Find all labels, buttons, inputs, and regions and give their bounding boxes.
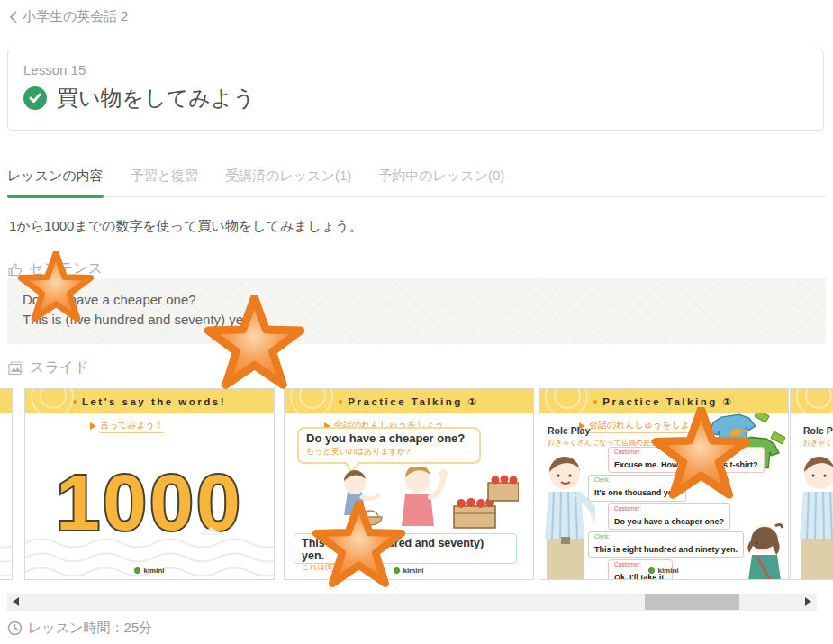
sentence-line: Do you have a cheaper one? — [23, 290, 810, 310]
slide-practice-talking-1[interactable]: Practice Talking ① 会話のれんしゅうをしよう Do you h… — [284, 388, 534, 580]
lesson-card: Lesson 15 買い物をしてみよう — [7, 50, 824, 131]
tab-bar: レッスンの内容 予習と復習 受講済のレッスン(1) 予約中のレッスン(0) — [7, 168, 826, 197]
kimini-bulb-icon — [134, 567, 140, 574]
role-play-instruction: おきゃくさんになって店員の先生と会話をしてみよう。 — [803, 438, 833, 448]
market-scene-illustration — [312, 467, 519, 537]
chevron-left-icon — [9, 11, 17, 23]
bullet-dot-icon — [73, 400, 77, 404]
sentence-section-heading: センテンス — [7, 259, 103, 278]
bullet-dot-icon — [339, 400, 342, 404]
slide-header-title: Practice Talking ① — [602, 395, 733, 408]
scrollbar-thumb[interactable] — [645, 594, 739, 610]
kimini-bulb-icon — [394, 567, 400, 574]
slide-subheader: 言ってみよう！ — [100, 419, 164, 433]
slide-header-title: Practice Talking ① — [348, 395, 478, 408]
lesson-description: 1から1000までの数字を使って買い物をしてみましょう。 — [9, 218, 363, 235]
dialog-row: Customer: Excuse me. How much is this t-… — [608, 447, 765, 473]
tab-preview-review[interactable]: 予習と復習 — [131, 168, 198, 196]
kimini-logo: kimini — [25, 567, 274, 575]
role-play-dialog: Customer: Excuse me. How much is this t-… — [539, 447, 789, 580]
slide-next-partial[interactable]: Role Play おきゃくさんになって店員の先生と会話をしてみよう。 — [790, 388, 833, 580]
slides-section-heading: スライド — [7, 358, 89, 377]
kimini-logo: kimini — [539, 567, 788, 575]
kimini-logo: kimini — [285, 567, 533, 575]
breadcrumb-label: 小学生の英会話２ — [23, 8, 131, 25]
role-play-title: Role Play — [803, 425, 833, 436]
sentence-line: This is (five hundred and seventy) yen. — [23, 310, 810, 330]
carousel-scrollbar[interactable] — [7, 594, 817, 611]
bullet-dot-icon — [593, 400, 597, 404]
dialog-row: Customer: Do you have a cheaper one? — [608, 503, 730, 530]
tab-taken-lessons[interactable]: 受講済のレッスン(1) — [225, 168, 351, 196]
slide-prev-partial[interactable] — [0, 388, 13, 580]
kimini-bulb-icon — [648, 567, 655, 574]
teacher-illustration — [794, 454, 833, 580]
scroll-right-icon[interactable] — [805, 597, 811, 606]
speech-bubble: Do you have a cheaper one? もっと安いのはありますか? — [297, 427, 481, 464]
slide-role-play[interactable]: Practice Talking ① 会話のれんしゅうをしよう Role Pla… — [539, 388, 789, 580]
breadcrumb[interactable]: 小学生の英会話２ — [9, 8, 131, 25]
dialog-row: Clerk: This is eight hundred and ninety … — [588, 531, 744, 558]
thumbs-up-icon — [7, 261, 23, 277]
tab-lesson-content[interactable]: レッスンの内容 — [7, 168, 104, 196]
slide-lets-say-the-words[interactable]: Let's say the words! 言ってみよう！ 1000 kimini — [24, 388, 275, 580]
slide-subheader: 会話のれんしゅうをしよう — [589, 419, 699, 433]
lesson-number: Lesson 15 — [23, 62, 808, 77]
lesson-time-label: レッスン時間：25分 — [28, 620, 152, 637]
play-arrow-icon — [90, 422, 96, 430]
slide-header-title: Let's say the words! — [82, 396, 226, 407]
lesson-title: 買い物をしてみよう — [57, 84, 255, 113]
sentence-box: Do you have a cheaper one? This is (five… — [7, 278, 826, 344]
lesson-time: レッスン時間：25分 — [7, 620, 152, 637]
dialog-row: Clerk: It's one thousand yen. — [588, 475, 686, 501]
wave-decoration-icon — [0, 527, 12, 579]
image-icon — [7, 360, 24, 376]
sentence-section-label: センテンス — [29, 259, 103, 278]
role-play-title: Role Play — [548, 425, 590, 436]
check-circle-icon — [23, 86, 47, 110]
scroll-left-icon[interactable] — [13, 597, 19, 606]
slides-section-label: スライド — [30, 358, 89, 377]
answer-box: This is (five hundred and seventy) yen. … — [294, 533, 517, 564]
slide-carousel: Let's say the words! 言ってみよう！ 1000 kimini… — [0, 387, 833, 582]
clock-icon — [7, 621, 23, 636]
tab-reserved-lessons[interactable]: 予約中のレッスン(0) — [378, 168, 504, 196]
